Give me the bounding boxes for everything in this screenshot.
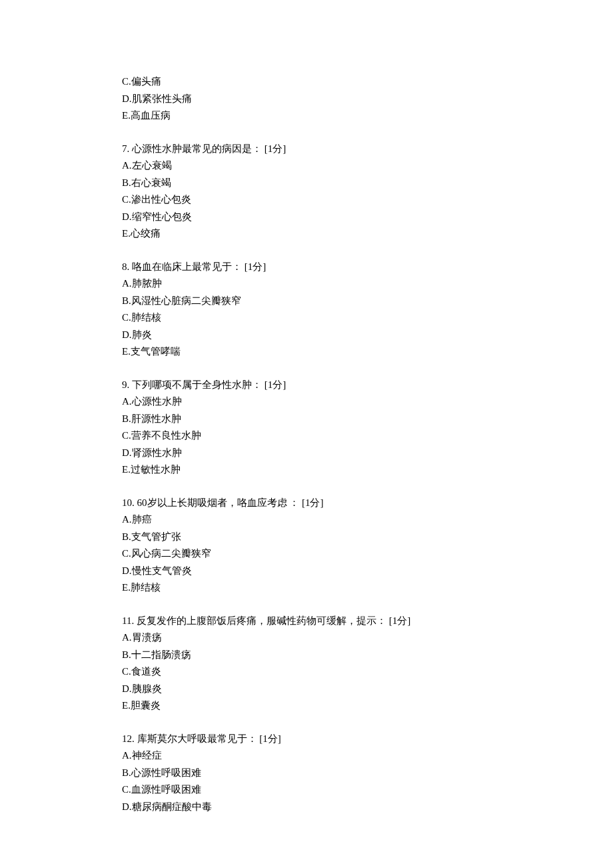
option-text: 十二指肠溃疡 — [131, 649, 191, 660]
option-line: D.肌紧张性头痛 — [122, 91, 613, 108]
option-text: 营养不良性水肿 — [131, 430, 201, 441]
question-text: 库斯莫尔大呼吸最常见于： — [137, 733, 257, 744]
question-8: 8. 咯血在临床上最常见于： [1分] A.肺脓肿 B.风湿性心脏病二尖瓣狭窄 … — [122, 259, 613, 361]
question-text: 心源性水肿最常见的病因是： — [132, 143, 262, 154]
option-label: B — [122, 413, 129, 424]
option-label: D — [122, 447, 129, 458]
option-line: A.心源性水肿 — [122, 393, 613, 411]
option-label: C — [122, 666, 129, 677]
option-text: 心绞痛 — [131, 228, 161, 239]
option-label: C — [122, 430, 129, 441]
question-text: 反复发作的上腹部饭后疼痛，服碱性药物可缓解，提示： — [137, 615, 386, 626]
option-label: E — [122, 346, 128, 357]
option-label: A — [122, 396, 129, 407]
question-points: [1分] — [245, 261, 267, 272]
question-number: 9 — [122, 379, 127, 390]
option-line: E.胆囊炎 — [122, 697, 613, 715]
option-label: D — [122, 683, 129, 694]
option-text: 高血压病 — [131, 110, 171, 121]
option-text: 胰腺炎 — [132, 683, 162, 694]
question-number: 10 — [122, 497, 132, 508]
option-label: A — [122, 278, 129, 289]
question-9: 9. 下列哪项不属于全身性水肿： [1分] A.心源性水肿 B.肝源性水肿 C.… — [122, 377, 613, 479]
question-text: 下列哪项不属于全身性水肿： — [132, 379, 262, 390]
option-text: 肺结核 — [131, 312, 161, 323]
option-line: C.偏头痛 — [122, 73, 613, 91]
option-line: B.风湿性心脏病二尖瓣狭窄 — [122, 293, 613, 310]
option-line: E.过敏性水肿 — [122, 461, 613, 479]
option-label: C — [122, 194, 129, 205]
option-text: 食道炎 — [131, 666, 161, 677]
question-10: 10. 60岁以上长期吸烟者，咯血应考虑 ： [1分] A.肺癌 B.支气管扩张… — [122, 495, 613, 597]
option-text: 偏头痛 — [131, 76, 161, 87]
option-label: D — [122, 329, 129, 340]
option-line: C.血源性呼吸困难 — [122, 781, 613, 799]
option-line: E.支气管哮喘 — [122, 343, 613, 361]
question-12: 12. 库斯莫尔大呼吸最常见于： [1分] A.神经症 B.心源性呼吸困难 C.… — [122, 731, 613, 816]
question-stem: 8. 咯血在临床上最常见于： [1分] — [122, 259, 613, 276]
question-number: 8 — [122, 261, 127, 272]
option-line: B.右心衰竭 — [122, 175, 613, 192]
option-label: E — [122, 582, 128, 593]
option-label: B — [122, 531, 129, 542]
option-line: C.风心病二尖瓣狭窄 — [122, 545, 613, 563]
option-text: 右心衰竭 — [131, 177, 171, 188]
option-label: A — [122, 160, 129, 171]
question-6-remaining: C.偏头痛 D.肌紧张性头痛 E.高血压病 — [122, 73, 613, 125]
option-text: 胃溃疡 — [132, 632, 162, 643]
option-line: D.肺炎 — [122, 327, 613, 344]
question-text: 咯血在临床上最常见于： — [132, 261, 242, 272]
option-line: C.营养不良性水肿 — [122, 427, 613, 445]
option-label: E — [122, 700, 128, 711]
option-text: 胆囊炎 — [131, 700, 161, 711]
option-text: 糖尿病酮症酸中毒 — [132, 801, 212, 812]
question-stem: 10. 60岁以上长期吸烟者，咯血应考虑 ： [1分] — [122, 495, 613, 512]
option-text: 渗出性心包炎 — [131, 194, 191, 205]
option-text: 肺脓肿 — [132, 278, 162, 289]
question-number: 11 — [122, 615, 131, 626]
option-label: A — [122, 632, 129, 643]
option-line: E.肺结核 — [122, 579, 613, 597]
option-line: E.心绞痛 — [122, 225, 613, 243]
question-points: [1分] — [302, 497, 324, 508]
option-text: 心源性呼吸困难 — [131, 767, 201, 778]
option-label: C — [122, 548, 129, 559]
option-line: B.十二指肠溃疡 — [122, 647, 613, 664]
question-points: [1分] — [259, 733, 281, 744]
option-line: B.肝源性水肿 — [122, 411, 613, 428]
option-text: 支气管扩张 — [131, 531, 181, 542]
option-label: B — [122, 649, 129, 660]
option-text: 肾源性水肿 — [132, 447, 182, 458]
option-label: D — [122, 93, 129, 104]
option-line: D.肾源性水肿 — [122, 445, 613, 462]
option-label: D — [122, 565, 129, 576]
option-line: D.缩窄性心包炎 — [122, 209, 613, 226]
option-line: C.肺结核 — [122, 309, 613, 327]
question-stem: 9. 下列哪项不属于全身性水肿： [1分] — [122, 377, 613, 394]
option-label: A — [122, 514, 129, 525]
question-points: [1分] — [389, 615, 411, 626]
option-text: 肺癌 — [132, 514, 152, 525]
question-stem: 7. 心源性水肿最常见的病因是： [1分] — [122, 141, 613, 158]
question-7: 7. 心源性水肿最常见的病因是： [1分] A.左心衰竭 B.右心衰竭 C.渗出… — [122, 141, 613, 243]
option-line: C.食道炎 — [122, 663, 613, 681]
option-label: C — [122, 784, 129, 795]
option-label: B — [122, 295, 129, 306]
option-text: 缩窄性心包炎 — [132, 211, 192, 222]
option-text: 神经症 — [132, 750, 162, 761]
question-number: 12 — [122, 733, 132, 744]
option-text: 肺结核 — [131, 582, 161, 593]
question-11: 11. 反复发作的上腹部饭后疼痛，服碱性药物可缓解，提示： [1分] A.胃溃疡… — [122, 613, 613, 715]
option-text: 肺炎 — [132, 329, 152, 340]
option-label: E — [122, 464, 128, 475]
option-line: D.慢性支气管炎 — [122, 563, 613, 580]
option-text: 风湿性心脏病二尖瓣狭窄 — [131, 295, 241, 306]
question-stem: 12. 库斯莫尔大呼吸最常见于： [1分] — [122, 731, 613, 748]
question-points: [1分] — [265, 143, 287, 154]
option-text: 风心病二尖瓣狭窄 — [131, 548, 211, 559]
option-text: 肌紧张性头痛 — [132, 93, 192, 104]
option-label: B — [122, 177, 129, 188]
option-line: E.高血压病 — [122, 107, 613, 125]
option-text: 左心衰竭 — [132, 160, 172, 171]
option-line: A.肺脓肿 — [122, 275, 613, 293]
